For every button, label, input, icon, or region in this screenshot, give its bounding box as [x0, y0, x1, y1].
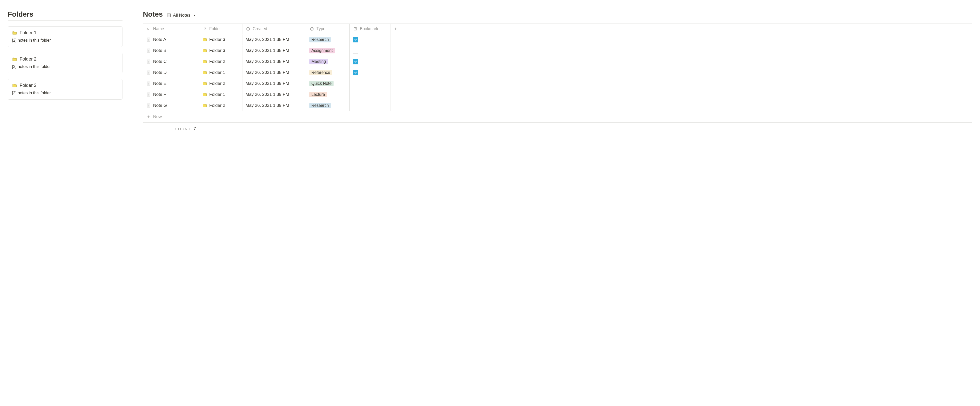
note-created-cell: May 26, 2021 1:38 PM — [242, 35, 306, 45]
note-bookmark-cell — [350, 89, 390, 100]
folder-card-subtitle: [3] notes in this folder — [12, 64, 118, 69]
note-name: Note A — [153, 37, 166, 42]
add-column-button[interactable] — [390, 24, 401, 34]
bookmark-checkbox[interactable] — [353, 59, 358, 64]
bookmark-checkbox[interactable] — [353, 81, 358, 86]
folder-icon — [12, 83, 17, 88]
note-created: May 26, 2021 1:38 PM — [245, 70, 289, 75]
page-icon — [146, 103, 151, 108]
folder-icon — [202, 103, 207, 108]
svg-line-4 — [204, 28, 206, 30]
note-name: Note D — [153, 70, 167, 75]
folder-card[interactable]: Folder 2[3] notes in this folder — [8, 53, 123, 74]
note-created-cell: May 26, 2021 1:39 PM — [242, 90, 306, 100]
bookmark-checkbox[interactable] — [353, 92, 358, 98]
view-selector[interactable]: All Notes — [166, 13, 197, 18]
folder-icon — [12, 30, 17, 35]
note-created: May 26, 2021 1:39 PM — [245, 81, 289, 86]
note-folder-cell[interactable]: Folder 1 — [199, 67, 242, 78]
table-view-icon — [166, 13, 172, 18]
folder-icon — [202, 37, 207, 42]
note-folder: Folder 1 — [209, 92, 225, 97]
note-bookmark-cell — [350, 67, 390, 78]
note-created: May 26, 2021 1:39 PM — [245, 103, 289, 108]
note-folder-cell[interactable]: Folder 2 — [199, 78, 242, 89]
plus-icon — [146, 114, 151, 119]
page-icon — [146, 48, 151, 53]
folder-icon — [12, 57, 17, 62]
note-bookmark-cell — [350, 34, 390, 45]
type-tag: Reference — [309, 70, 332, 75]
table-header-row: Name Folder Created — [143, 24, 972, 34]
note-name-cell[interactable]: Note C — [143, 56, 199, 67]
folders-title: Folders — [8, 10, 123, 21]
note-created: May 26, 2021 1:38 PM — [245, 48, 289, 53]
bookmark-checkbox[interactable] — [353, 103, 358, 108]
folder-card[interactable]: Folder 3[2] notes in this folder — [8, 79, 123, 100]
type-tag: Research — [309, 37, 331, 42]
note-folder: Folder 2 — [209, 103, 225, 108]
note-folder-cell[interactable]: Folder 2 — [199, 56, 242, 67]
empty-cell — [390, 81, 401, 86]
empty-cell — [390, 103, 401, 108]
note-created: May 26, 2021 1:39 PM — [245, 92, 289, 97]
folder-card-title: Folder 3 — [20, 83, 37, 88]
note-name-cell[interactable]: Note A — [143, 35, 199, 45]
column-header-label: Folder — [209, 27, 221, 31]
note-folder: Folder 2 — [209, 59, 225, 64]
note-folder-cell[interactable]: Folder 2 — [199, 101, 242, 110]
column-header-name[interactable]: Name — [143, 24, 199, 34]
note-name: Note G — [153, 103, 167, 108]
column-header-folder[interactable]: Folder — [199, 24, 242, 34]
folder-icon — [202, 59, 207, 64]
bookmark-checkbox[interactable] — [353, 70, 358, 75]
note-created-cell: May 26, 2021 1:39 PM — [242, 101, 306, 110]
note-name-cell[interactable]: Note B — [143, 45, 199, 56]
new-row-button[interactable]: New — [143, 111, 972, 123]
folder-icon — [202, 70, 207, 75]
table-row: Note DFolder 1May 26, 2021 1:38 PMRefere… — [143, 67, 972, 78]
folder-card-title: Folder 2 — [20, 56, 37, 62]
table-row: Note CFolder 2May 26, 2021 1:38 PMMeetin… — [143, 56, 972, 67]
notes-panel: Notes All Notes Name — [143, 10, 972, 131]
note-folder-cell[interactable]: Folder 1 — [199, 90, 242, 100]
folder-card-subtitle: [2] notes in this folder — [12, 38, 118, 43]
note-folder-cell[interactable]: Folder 3 — [199, 45, 242, 56]
folder-card[interactable]: Folder 1[2] notes in this folder — [8, 26, 123, 47]
note-created: May 26, 2021 1:38 PM — [245, 59, 289, 64]
notes-title: Notes — [143, 10, 163, 21]
note-type-cell: Research — [306, 34, 350, 45]
note-name-cell[interactable]: Note E — [143, 78, 199, 89]
text-icon — [146, 26, 151, 32]
page-icon — [146, 92, 151, 97]
chevron-down-icon — [192, 13, 197, 18]
note-folder-cell[interactable]: Folder 3 — [199, 35, 242, 45]
type-tag: Quick Note — [309, 81, 334, 86]
note-type-cell: Research — [306, 100, 350, 111]
note-folder: Folder 3 — [209, 48, 225, 53]
table-row: Note AFolder 3May 26, 2021 1:38 PMResear… — [143, 34, 972, 45]
column-header-label: Name — [153, 27, 164, 31]
column-header-bookmark[interactable]: Bookmark — [350, 24, 390, 34]
bookmark-checkbox[interactable] — [353, 37, 358, 42]
empty-cell — [390, 70, 401, 75]
note-created-cell: May 26, 2021 1:38 PM — [242, 56, 306, 67]
note-name-cell[interactable]: Note G — [143, 101, 199, 110]
table-row: Note BFolder 3May 26, 2021 1:38 PMAssign… — [143, 45, 972, 56]
note-bookmark-cell — [350, 78, 390, 89]
folder-card-subtitle: [2] notes in this folder — [12, 91, 118, 95]
note-name: Note B — [153, 48, 166, 53]
folder-card-title: Folder 1 — [20, 30, 37, 35]
plus-icon — [393, 26, 398, 32]
svg-point-6 — [310, 27, 313, 30]
column-header-created[interactable]: Created — [242, 24, 306, 34]
note-folder: Folder 1 — [209, 70, 225, 75]
note-created-cell: May 26, 2021 1:38 PM — [242, 67, 306, 78]
note-name-cell[interactable]: Note F — [143, 90, 199, 100]
note-name-cell[interactable]: Note D — [143, 67, 199, 78]
note-name: Note E — [153, 81, 166, 86]
new-row-label: New — [153, 114, 162, 119]
bookmark-checkbox[interactable] — [353, 48, 358, 53]
note-bookmark-cell — [350, 100, 390, 111]
column-header-type[interactable]: Type — [306, 24, 350, 34]
